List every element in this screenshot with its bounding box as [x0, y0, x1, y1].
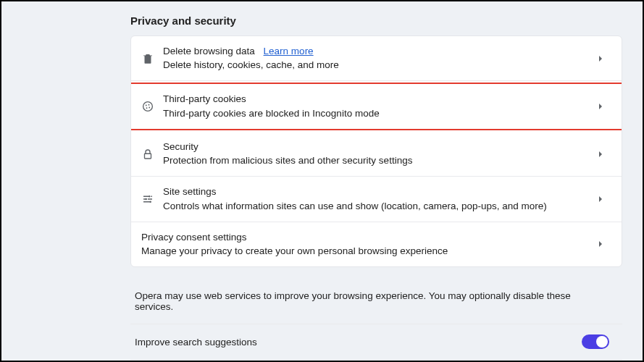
chevron-right-icon: [597, 151, 609, 158]
row-improve-search: Improve search suggestions: [130, 324, 622, 360]
row-subtitle: Delete history, cookies, cache, and more: [163, 59, 597, 72]
svg-point-2: [149, 104, 150, 106]
row-subtitle: Controls what information sites can use …: [163, 200, 597, 213]
lock-icon: [141, 148, 160, 161]
row-title: Delete browsing data: [163, 46, 255, 56]
settings-card: Delete browsing data Learn more Delete h…: [130, 35, 622, 267]
row-text: Delete browsing data Learn more Delete h…: [160, 45, 597, 72]
svg-point-6: [149, 195, 150, 197]
row-title: Third-party cookies: [163, 93, 597, 106]
chevron-right-icon: [597, 240, 609, 248]
toggle-improve-search[interactable]: [582, 334, 609, 349]
svg-point-3: [146, 108, 148, 109]
cookie-icon: [141, 100, 160, 113]
row-site-settings[interactable]: Site settings Controls what information …: [131, 177, 622, 222]
row-security[interactable]: Security Protection from malicious sites…: [131, 132, 622, 177]
row-title: Privacy consent settings: [141, 231, 597, 244]
sliders-icon: [141, 193, 160, 206]
row-subtitle: Protection from malicious sites and othe…: [163, 154, 597, 167]
row-text: Security Protection from malicious sites…: [160, 140, 597, 167]
svg-point-4: [149, 107, 150, 109]
toggle-label: Improve search suggestions: [135, 337, 257, 348]
row-title: Security: [163, 140, 597, 153]
toggle-knob: [596, 336, 608, 348]
row-third-party-cookies[interactable]: Third-party cookies Third-party cookies …: [130, 83, 622, 130]
trash-icon: [141, 52, 160, 65]
info-text: Opera may use web services to improve yo…: [130, 277, 622, 324]
row-text: Privacy consent settings Manage your pri…: [141, 231, 597, 258]
section-title: Privacy and security: [130, 14, 622, 27]
row-title: Site settings: [163, 185, 597, 198]
row-subtitle: Manage your privacy to create your own p…: [141, 245, 597, 258]
learn-more-link[interactable]: Learn more: [264, 46, 314, 56]
privacy-security-panel: Privacy and security Delete browsing dat…: [1, 1, 643, 362]
row-delete-browsing-data[interactable]: Delete browsing data Learn more Delete h…: [131, 36, 622, 81]
svg-rect-5: [145, 153, 151, 159]
web-services-section: Opera may use web services to improve yo…: [130, 277, 622, 362]
row-subtitle: Third-party cookies are blocked in Incog…: [163, 107, 597, 120]
svg-point-8: [150, 201, 151, 203]
row-text: Site settings Controls what information …: [160, 185, 597, 212]
chevron-right-icon: [597, 103, 609, 110]
row-privacy-consent[interactable]: Privacy consent settings Manage your pri…: [131, 222, 622, 266]
svg-point-7: [146, 198, 147, 200]
row-text: Third-party cookies Third-party cookies …: [160, 93, 597, 119]
svg-point-0: [143, 102, 153, 111]
chevron-right-icon: [597, 55, 609, 62]
svg-point-1: [146, 105, 147, 106]
chevron-right-icon: [597, 195, 609, 203]
